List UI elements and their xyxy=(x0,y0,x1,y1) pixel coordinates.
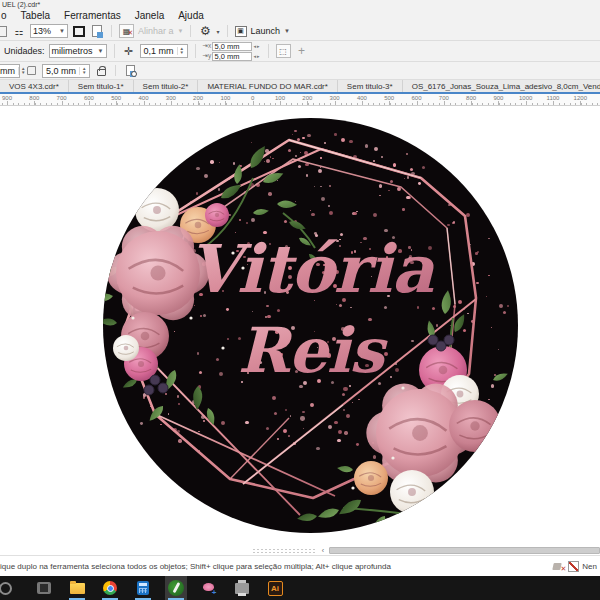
taskbar-photo-app-button[interactable] xyxy=(198,576,220,600)
menu-item-janela[interactable]: Janela xyxy=(135,10,164,21)
menu-item-partial[interactable]: o xyxy=(1,10,7,21)
artwork-circle[interactable]: Vitória Reis xyxy=(103,118,518,533)
ruler-tick xyxy=(297,103,298,105)
ruler-tick xyxy=(18,103,19,105)
ruler-major-tick xyxy=(526,101,527,105)
document-tab[interactable]: OS_6176_Jonas_Souza_Lima_adesivo_8,0cm_V… xyxy=(403,80,600,92)
ruler-major-tick xyxy=(171,101,172,105)
page-view-icon[interactable] xyxy=(90,25,104,38)
nudge-value: 0,1 mm xyxy=(144,46,174,56)
ruler-tick xyxy=(570,103,571,105)
duplicate-y-row[interactable]: ⇥y 5,0 mm ◂▸ xyxy=(203,52,261,61)
zoom-level-combo[interactable]: 13% ▼ xyxy=(30,24,68,38)
spinner-arrows-icon[interactable]: ◂▸ xyxy=(254,53,261,59)
ruler-tick xyxy=(29,103,30,105)
taskbar-chrome-button[interactable] xyxy=(99,576,121,600)
spinner-arrows-icon[interactable]: ▲▼ xyxy=(79,67,86,75)
menu-item-ferramentas[interactable]: Ferramentas xyxy=(64,10,121,21)
taskbar-coreldraw-button[interactable] xyxy=(165,576,187,600)
status-right-label: Nen xyxy=(582,562,597,571)
photo-app-icon xyxy=(202,582,217,595)
taskbar-illustrator-button[interactable]: Ai xyxy=(264,576,286,600)
launch-app-icon[interactable]: ▣ xyxy=(235,26,247,37)
duplicate-x-value[interactable]: 5,0 mm xyxy=(212,42,252,51)
folder-icon xyxy=(70,583,85,594)
menu-item-tabela[interactable]: Tabela xyxy=(21,10,50,21)
drawing-canvas[interactable]: Vitória Reis xyxy=(0,106,600,546)
taskbar-calculator-button[interactable] xyxy=(132,576,154,600)
scrollbar-track[interactable] xyxy=(252,548,316,554)
spinner-arrows-icon[interactable]: ▲▼ xyxy=(177,47,184,55)
illustrator-icon: Ai xyxy=(268,581,283,596)
outline-none-icon[interactable] xyxy=(568,561,579,572)
ruler-tick xyxy=(248,103,249,105)
add-plus-icon[interactable]: + xyxy=(295,45,309,58)
spinner-arrows-icon[interactable]: ◂▸ xyxy=(254,43,261,49)
document-tab[interactable]: Sem titulo-2* xyxy=(134,80,199,92)
ruler-tick xyxy=(548,103,549,105)
corner-radius-spinner[interactable]: 5,0 mm ▲▼ xyxy=(42,64,90,78)
ruler-major-tick xyxy=(444,101,445,105)
zoom-levels-icon[interactable]: ⚏ xyxy=(12,25,26,38)
property-bar-row1: Unidades: milimetros ▼ ✛ 0,1 mm ▲▼ ⇥x 5,… xyxy=(0,41,600,62)
fit-page-icon[interactable] xyxy=(72,25,86,38)
duplicate-x-row[interactable]: ⇥x 5,0 mm ◂▸ xyxy=(203,42,261,51)
ruler-tick xyxy=(84,103,85,105)
document-tab[interactable]: Sem titulo-3* xyxy=(338,80,403,92)
ruler-tick xyxy=(188,103,189,105)
ruler-tick xyxy=(286,103,287,105)
nudge-distance-spinner[interactable]: 0,1 mm ▲▼ xyxy=(140,44,188,58)
ruler-tick xyxy=(2,103,3,105)
snap-toggle-icon[interactable]: ▦ xyxy=(119,24,134,38)
treat-as-filled-icon[interactable]: ⬚ xyxy=(276,44,291,58)
ruler-tick xyxy=(368,103,369,105)
duplicate-y-value[interactable]: 5,0 mm xyxy=(212,52,252,61)
units-combo[interactable]: milimetros ▼ xyxy=(49,44,107,58)
taskbar-partial-button[interactable] xyxy=(0,576,22,600)
printer-icon xyxy=(235,583,249,594)
nudge-distance-icon: ✛ xyxy=(122,45,136,58)
taskbar-file-explorer-button[interactable] xyxy=(66,576,88,600)
scrollbar-thumb[interactable] xyxy=(329,547,600,554)
duplicate-y-icon: ⇥y xyxy=(203,52,212,60)
lock-ratio-icon[interactable] xyxy=(94,64,108,77)
document-tab[interactable]: VOS 4X3.cdr* xyxy=(0,80,69,92)
ruler-tick xyxy=(100,103,101,105)
ruler-major-tick xyxy=(335,101,336,105)
chevron-down-icon: ▼ xyxy=(55,28,65,34)
document-tab[interactable]: MATERIAL FUNDO DO MAR.cdr* xyxy=(198,80,337,92)
fill-none-icon[interactable] xyxy=(553,561,565,572)
taskbar-video-editor-button[interactable] xyxy=(33,576,55,600)
ruler-major-tick xyxy=(417,101,418,105)
taskbar-printer-button[interactable] xyxy=(231,576,253,600)
document-tab[interactable]: Sem titulo-1* xyxy=(69,80,134,92)
ruler-tick xyxy=(488,103,489,105)
launch-dropdown[interactable]: Launch xyxy=(251,26,281,36)
corner-radius-spinner-clipped[interactable]: mm ▲▼ xyxy=(0,64,20,78)
duplicate-distance-fields: ⇥x 5,0 mm ◂▸ ⇥y 5,0 mm ◂▸ xyxy=(203,42,261,61)
options-gear-icon[interactable]: ⚙ xyxy=(198,25,212,38)
ruler-major-tick xyxy=(307,101,308,105)
menu-item-ajuda[interactable]: Ajuda xyxy=(178,10,204,21)
artwork-name-line1: Vitória xyxy=(103,230,518,308)
standard-toolbar: ⚏ 13% ▼ ▦ Alinhar a ▼ ⚙ ▾ ▣ Launch ▼ xyxy=(0,22,600,41)
ruler-major-tick xyxy=(471,101,472,105)
scroll-left-icon[interactable]: ‹ xyxy=(318,546,328,555)
zoom-relative-icon[interactable] xyxy=(123,64,137,77)
horizontal-ruler[interactable]: 9008007006005004003002001000100200300400… xyxy=(0,94,600,106)
duplicate-x-icon: ⇥x xyxy=(203,42,212,50)
ruler-major-tick xyxy=(198,101,199,105)
ruler-tick xyxy=(264,103,265,105)
ruler-tick xyxy=(204,103,205,105)
ruler-major-tick xyxy=(580,101,581,105)
ruler-tick xyxy=(395,103,396,105)
clipped-toolbar-icon[interactable] xyxy=(0,25,8,38)
ruler-tick xyxy=(166,103,167,105)
corner-shape-icon[interactable] xyxy=(24,64,38,77)
ruler-tick xyxy=(237,103,238,105)
artwork-name-line2: Reis xyxy=(103,314,518,387)
ruler-tick xyxy=(13,103,14,105)
align-to-dropdown[interactable]: Alinhar a xyxy=(138,26,174,36)
ruler-tick xyxy=(428,103,429,105)
corner-partial-value: mm xyxy=(0,66,15,76)
